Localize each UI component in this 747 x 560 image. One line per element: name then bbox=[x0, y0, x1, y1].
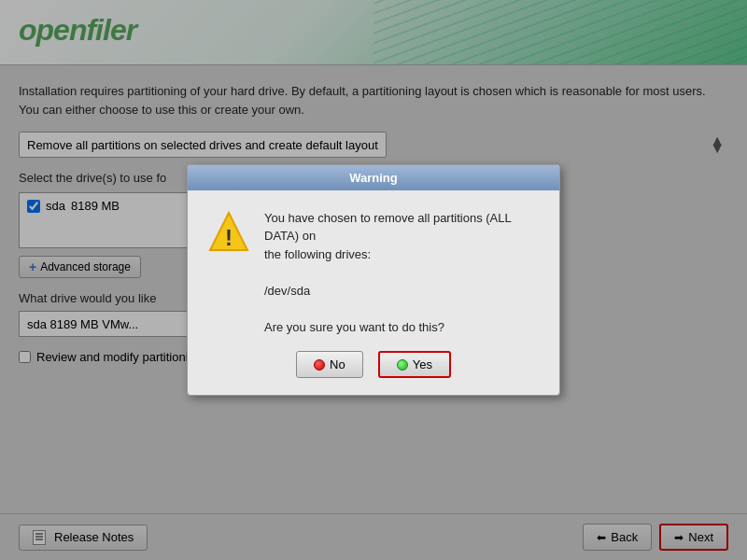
yes-button[interactable]: Yes bbox=[378, 351, 451, 378]
warning-message: You have chosen to remove all partitions… bbox=[264, 209, 541, 337]
svg-text:!: ! bbox=[225, 225, 233, 250]
yes-button-icon bbox=[397, 359, 408, 371]
warning-body: ! You have chosen to remove all partitio… bbox=[188, 190, 559, 352]
no-button-icon bbox=[314, 359, 325, 371]
warning-buttons: No Yes bbox=[188, 351, 559, 395]
no-button[interactable]: No bbox=[296, 351, 363, 378]
no-button-label: No bbox=[330, 357, 345, 371]
warning-title-bar: Warning bbox=[188, 165, 559, 190]
modal-overlay: Warning ! You have chosen to remove all … bbox=[0, 0, 747, 560]
warning-drives: /dev/sda bbox=[264, 284, 310, 298]
warning-dialog: Warning ! You have chosen to remove all … bbox=[187, 164, 560, 397]
warning-line2: the following drives: bbox=[264, 247, 371, 261]
warning-question: Are you sure you want to do this? bbox=[264, 320, 444, 334]
warning-title: Warning bbox=[349, 171, 398, 185]
warning-triangle-icon: ! bbox=[206, 209, 251, 254]
yes-button-label: Yes bbox=[413, 357, 432, 371]
warning-line1: You have chosen to remove all partitions… bbox=[264, 211, 511, 244]
